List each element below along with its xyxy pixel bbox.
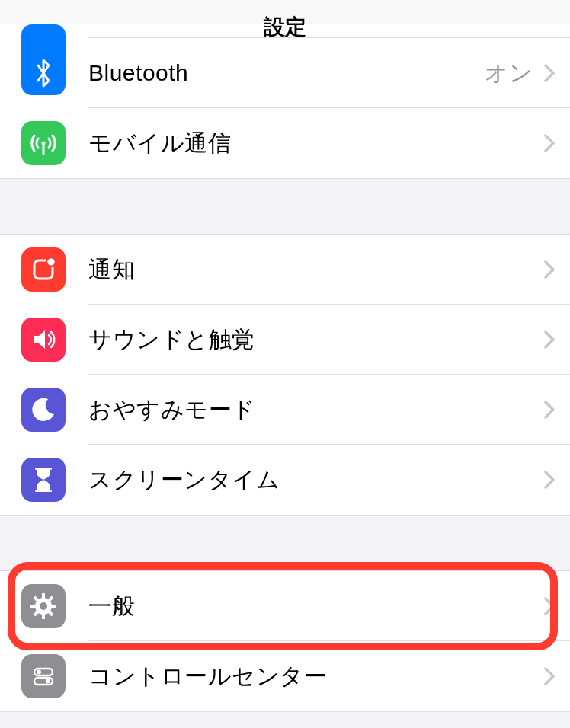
bluetooth-detail: オン: [485, 58, 533, 89]
general-label: 一般: [88, 591, 544, 622]
chevron-right-icon: [544, 260, 555, 279]
svg-point-17: [37, 670, 41, 675]
bluetooth-row[interactable]: Bluetooth オン: [0, 38, 570, 108]
dnd-row[interactable]: おやすみモード: [0, 375, 570, 445]
sounds-row[interactable]: サウンドと触覚: [0, 305, 570, 375]
section-connectivity: Bluetooth オン モバイル通信: [0, 24, 570, 179]
chevron-right-icon: [544, 64, 555, 82]
general-row[interactable]: 一般: [0, 571, 570, 641]
control-center-row[interactable]: コントロールセンター: [0, 641, 570, 711]
cellular-row[interactable]: モバイル通信: [0, 108, 570, 178]
sounds-label: サウンドと触覚: [88, 324, 544, 356]
screentime-row[interactable]: スクリーンタイム: [0, 445, 570, 515]
svg-rect-7: [42, 593, 45, 599]
chevron-right-icon: [544, 330, 555, 349]
sounds-icon: [21, 318, 66, 362]
chevron-right-icon: [544, 471, 555, 489]
svg-point-15: [40, 602, 47, 610]
gear-icon: [21, 584, 66, 628]
chevron-right-icon: [544, 401, 555, 419]
chevron-right-icon: [544, 597, 555, 615]
svg-point-19: [46, 679, 50, 684]
partial-row[interactable]: [0, 24, 570, 38]
screentime-label: スクリーンタイム: [88, 465, 544, 496]
svg-rect-5: [35, 490, 52, 492]
section-notifications: 通知 サウンドと触覚 おやすみモード: [0, 234, 570, 516]
notifications-label: 通知: [88, 254, 544, 286]
dnd-label: おやすみモード: [88, 394, 544, 426]
svg-rect-4: [35, 468, 52, 470]
notifications-icon: [21, 247, 66, 292]
cellular-label: モバイル通信: [88, 128, 544, 159]
chevron-right-icon: [544, 667, 555, 685]
control-center-label: コントロールセンター: [88, 661, 544, 692]
moon-icon: [21, 388, 66, 432]
bluetooth-icon: [21, 51, 66, 95]
control-center-icon: [21, 654, 66, 698]
section-general: 一般 コントロールセンター: [0, 570, 570, 712]
svg-rect-8: [42, 613, 45, 619]
cellular-icon: [21, 121, 66, 165]
svg-rect-10: [50, 605, 56, 608]
hourglass-icon: [21, 458, 66, 502]
bluetooth-label: Bluetooth: [88, 60, 485, 86]
notifications-row[interactable]: 通知: [0, 235, 570, 305]
svg-rect-9: [30, 605, 37, 608]
svg-point-3: [46, 257, 56, 267]
chevron-right-icon: [544, 134, 555, 152]
